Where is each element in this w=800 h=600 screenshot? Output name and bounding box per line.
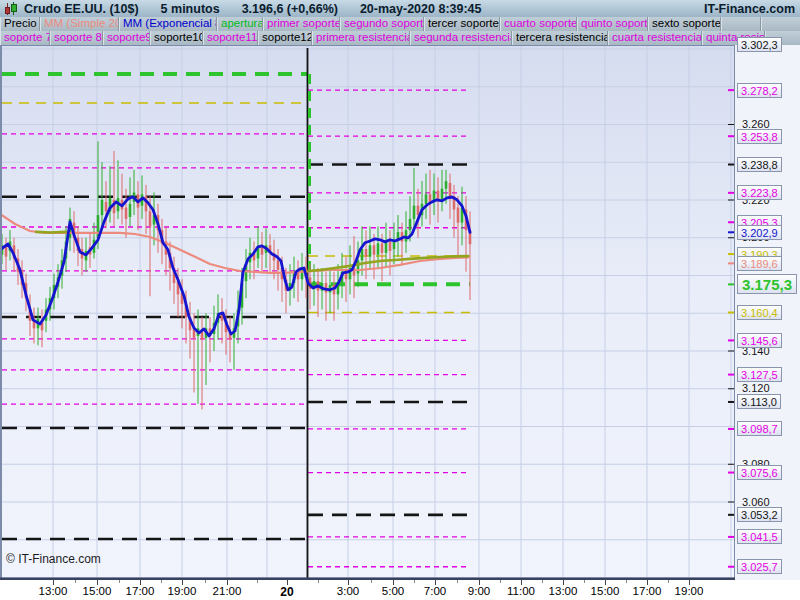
- axis-price-label: 3.160,4: [737, 305, 782, 320]
- axis-price-label: 3.189,6: [737, 256, 782, 271]
- time-tick-minor: [371, 580, 372, 583]
- candle-body-down: [457, 208, 460, 223]
- timeframe-label: 5 minutos: [161, 2, 220, 16]
- axis-price-label: 3.053,2: [737, 507, 782, 522]
- axis-time-label: 3:00: [337, 585, 359, 597]
- axis-price-label: 3.302,3: [737, 37, 782, 52]
- candlestick-chart-icon: [4, 2, 18, 16]
- candle-body-down: [449, 183, 452, 196]
- time-tick-minor: [542, 580, 543, 583]
- legend-item-soporte11[interactable]: soporte11: [203, 31, 258, 45]
- axis-time-label: 21:00: [213, 585, 242, 597]
- candle-body-up: [441, 189, 444, 200]
- time-tick-minor: [119, 580, 120, 583]
- time-tick-minor: [626, 580, 627, 583]
- axis-time-label: 13:00: [549, 585, 578, 597]
- trading-app-window: Crudo EE.UU. (10$) 5 minutos 3.196,6 (+0…: [0, 0, 800, 600]
- axis-time-label: 19:00: [168, 585, 197, 597]
- instrument-title: Crudo EE.UU. (10$): [24, 2, 139, 16]
- legend-item-spacer: [721, 17, 761, 31]
- axis-time-label: 9:00: [468, 585, 490, 597]
- legend-item-soporte12[interactable]: soporte12: [258, 31, 312, 45]
- datetime-label: 20-may-2020 8:39:45: [360, 2, 482, 16]
- legend-item-mm-simple-200-[interactable]: MM (Simple 200): [40, 17, 119, 31]
- legend-item-soporte9[interactable]: soporte9: [103, 31, 150, 45]
- candle-body-down: [365, 249, 368, 257]
- time-tick-minor: [75, 580, 76, 583]
- legend-filler: [761, 17, 800, 31]
- legend-item-segunda-resistencia[interactable]: segunda resistencia: [410, 31, 512, 45]
- time-axis[interactable]: 13:0015:0017:0019:0021:00203:005:007:009…: [0, 580, 800, 600]
- candle-body-down: [277, 260, 280, 269]
- candle-body-down: [389, 242, 392, 251]
- axis-price-label: 3.127,5: [737, 367, 782, 382]
- axis-time-label: 5:00: [382, 585, 404, 597]
- axis-price-label: 3.278,2: [737, 83, 782, 98]
- legend-item-primera-resistencia[interactable]: primera resistencia: [312, 31, 410, 45]
- axis-time-label: 7:00: [424, 585, 446, 597]
- axis-price-label: 3.120: [742, 382, 770, 394]
- candle-body-up: [413, 206, 416, 219]
- legend-item-soporte10[interactable]: soporte10: [150, 31, 203, 45]
- legend-item-apertura[interactable]: apertura: [217, 17, 263, 31]
- legend-item-tercera-resistencia[interactable]: tercera resistencia: [512, 31, 608, 45]
- last-price-label: 3.196,6 (+0,66%): [242, 2, 338, 16]
- legend-row-1: PrecioMM (Simple 200)MM (Exponencial 8)a…: [0, 17, 800, 32]
- time-tick-minor: [318, 580, 319, 583]
- axis-price-label: 3.075,6: [737, 465, 782, 480]
- candle-body-down: [381, 243, 384, 252]
- chart-plot-area[interactable]: © IT-Finance.com: [0, 45, 735, 580]
- legend-item-precio[interactable]: Precio: [0, 17, 40, 31]
- legend-item-quinto-soporte[interactable]: quinto soporte: [577, 17, 648, 31]
- time-tick-minor: [257, 580, 258, 583]
- title-bar: Crudo EE.UU. (10$) 5 minutos 3.196,6 (+0…: [0, 0, 800, 18]
- olive-ma-line: [36, 232, 66, 233]
- axis-price-label: 3.253,8: [737, 129, 782, 144]
- candle-body-up: [129, 204, 132, 217]
- candle-body-up: [409, 219, 412, 230]
- axis-price-label: 3.238,8: [737, 157, 782, 172]
- axis-price-label: 3.223,8: [737, 185, 782, 200]
- legend-item-soporte-8[interactable]: soporte 8: [50, 31, 103, 45]
- time-tick-minor: [457, 580, 458, 583]
- legend-item-primer-soporte[interactable]: primer soporte: [263, 17, 340, 31]
- candle-body-down: [373, 245, 376, 254]
- axis-time-label: 13:00: [39, 585, 68, 597]
- legend-item-segundo-soporte[interactable]: segundo soporte: [340, 17, 424, 31]
- candle-body-up: [377, 243, 380, 254]
- candle-body-down: [125, 208, 128, 219]
- axis-price-label: 3.202,9: [737, 225, 782, 240]
- axis-price-label: 3.175,3: [737, 274, 797, 294]
- chart-canvas[interactable]: [0, 45, 735, 580]
- legend-item-cuarto-soporte[interactable]: cuarto soporte: [500, 17, 577, 31]
- candle-body-down: [149, 211, 152, 226]
- legend-item-soporte-7[interactable]: soporte 7: [0, 31, 50, 45]
- time-tick-minor: [668, 580, 669, 583]
- watermark: © IT-Finance.com: [6, 552, 101, 566]
- legend-item-cuarta-resistencia[interactable]: cuarta resistencia: [608, 31, 702, 45]
- candle-body-up: [445, 181, 448, 189]
- candle-body-down: [105, 202, 108, 211]
- axis-time-label: 20: [280, 585, 293, 599]
- time-tick-minor: [584, 580, 585, 583]
- candle-body-down: [261, 247, 264, 255]
- axis-price-label: 3.098,7: [737, 421, 782, 436]
- price-axis[interactable]: 3.2603.2203.2003.1403.1203.0803.0603.302…: [735, 45, 800, 580]
- axis-price-label: 3.113,0: [737, 394, 781, 409]
- axis-time-label: 11:00: [507, 585, 535, 597]
- candle-body-down: [429, 194, 432, 202]
- axis-time-label: 15:00: [83, 585, 112, 597]
- axis-price-label: 3.060: [742, 496, 770, 508]
- legend-item-mm-exponencial-8-[interactable]: MM (Exponencial 8): [119, 17, 217, 31]
- candle-body-up: [369, 245, 372, 256]
- axis-time-label: 17:00: [126, 585, 155, 597]
- axis-time-label: 17:00: [633, 585, 662, 597]
- legend-item-sexto-soporte[interactable]: sexto soporte: [648, 17, 721, 31]
- time-tick-minor: [161, 580, 162, 583]
- time-tick-minor: [500, 580, 501, 583]
- legend-item-tercer-soporte[interactable]: tercer soporte: [424, 17, 500, 31]
- axis-time-label: 19:00: [675, 585, 704, 597]
- time-tick-minor: [414, 580, 415, 583]
- axis-price-label: 3.041,5: [737, 529, 782, 544]
- axis-time-label: 15:00: [591, 585, 620, 597]
